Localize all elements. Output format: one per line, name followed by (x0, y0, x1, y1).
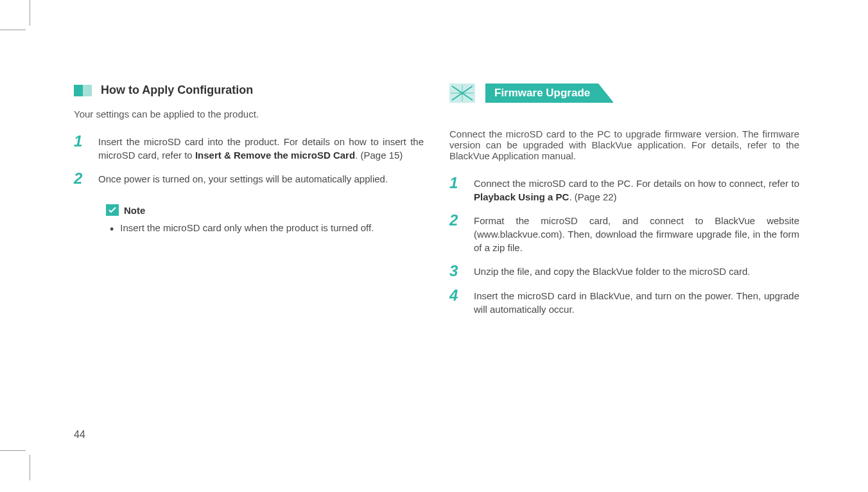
note-item: • Insert the microSD card only when the … (110, 222, 424, 235)
right-step-3: 3 Unzip the file, and copy the BlackVue … (449, 265, 799, 279)
right-heading: Firmware Upgrade (449, 83, 799, 103)
right-intro: Connect the microSD card to the PC to up… (449, 128, 799, 161)
step-text: Once power is turned on, your settings w… (98, 172, 388, 186)
step-number: 3 (449, 263, 462, 279)
step-number: 2 (449, 213, 462, 228)
left-column: How to Apply Configuration Your settings… (74, 83, 424, 326)
checkmark-icon (106, 204, 119, 216)
right-heading-title: Firmware Upgrade (494, 87, 590, 100)
left-intro: Your settings can be applied to the prod… (74, 109, 424, 119)
note-label: Note (124, 205, 145, 216)
firmware-icon (449, 83, 475, 103)
note-header: Note (106, 204, 424, 216)
left-heading: How to Apply Configuration (74, 83, 424, 97)
step-text: Insert the microSD card into the product… (98, 135, 424, 162)
left-step-2: 2 Once power is turned on, your settings… (74, 172, 424, 186)
step-number: 1 (449, 175, 462, 191)
step-text: Format the microSD card, and connect to … (474, 214, 799, 254)
bullet-icon: • (110, 224, 114, 235)
right-step-1: 1 Connect the microSD card to the PC. Fo… (449, 177, 799, 204)
page-content: How to Apply Configuration Your settings… (0, 0, 868, 358)
step-number: 1 (74, 134, 87, 149)
crop-mark-top-left (0, 0, 32, 32)
page-number: 44 (74, 429, 85, 441)
right-step-2: 2 Format the microSD card, and connect t… (449, 214, 799, 254)
step-text: Insert the microSD card in BlackVue, and… (474, 289, 799, 316)
heading-marker-icon (74, 85, 92, 96)
step-text: Connect the microSD card to the PC. For … (474, 177, 799, 204)
right-column: Firmware Upgrade Connect the microSD car… (449, 83, 799, 326)
step-number: 4 (449, 288, 462, 303)
right-step-4: 4 Insert the microSD card in BlackVue, a… (449, 289, 799, 316)
step-text: Unzip the file, and copy the BlackVue fo… (474, 265, 751, 278)
note-text: Insert the microSD card only when the pr… (120, 222, 374, 235)
left-step-1: 1 Insert the microSD card into the produ… (74, 135, 424, 162)
step-number: 2 (74, 171, 87, 186)
note-block: Note • Insert the microSD card only when… (106, 204, 424, 235)
left-heading-title: How to Apply Configuration (101, 83, 253, 97)
crop-mark-bottom-left (0, 448, 32, 480)
firmware-banner: Firmware Upgrade (485, 83, 613, 103)
